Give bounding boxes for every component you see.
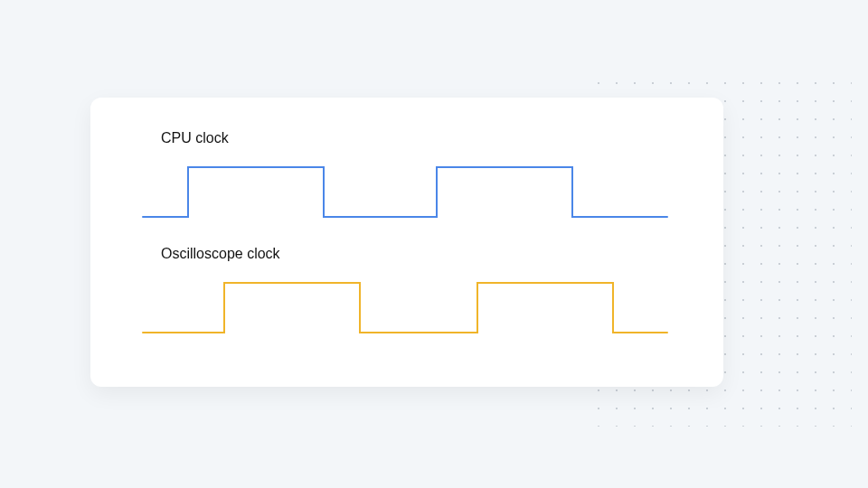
cpu-clock-label: CPU clock bbox=[161, 130, 680, 146]
oscilloscope-clock-waveform bbox=[134, 269, 676, 342]
signal-diagram-card: CPU clock Oscilloscope clock bbox=[90, 98, 723, 387]
cpu-clock-waveform bbox=[134, 154, 676, 226]
oscilloscope-clock-path bbox=[143, 283, 667, 333]
cpu-clock-block: CPU clock bbox=[134, 130, 680, 226]
oscilloscope-clock-block: Oscilloscope clock bbox=[134, 246, 680, 342]
oscilloscope-clock-label: Oscilloscope clock bbox=[161, 246, 680, 262]
cpu-clock-path bbox=[143, 167, 667, 217]
